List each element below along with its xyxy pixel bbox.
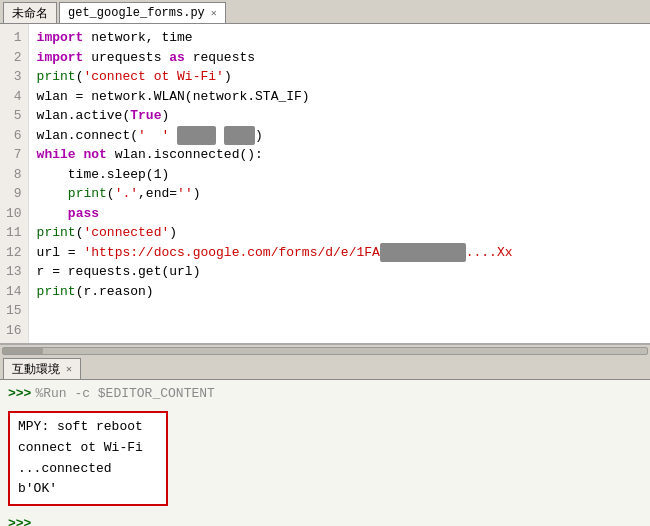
code-line-1: import network, time bbox=[37, 28, 642, 48]
kw-token: as bbox=[169, 50, 185, 65]
output-box: MPY: soft rebootconnect ot Wi-Fi...conne… bbox=[8, 411, 168, 506]
panel-tab-close-icon[interactable]: ✕ bbox=[66, 363, 72, 375]
output-line-0: MPY: soft reboot bbox=[18, 417, 158, 438]
tab-file-label: get_google_forms.py bbox=[68, 6, 205, 20]
code-line-12: print('connected') bbox=[37, 223, 642, 243]
line-number-16: 16 bbox=[6, 321, 22, 341]
code-line-10: print('.',end='') bbox=[37, 184, 642, 204]
editor-tab-bar: 未命名 get_google_forms.py ✕ bbox=[0, 0, 650, 24]
scrollbar-track[interactable] bbox=[2, 347, 648, 355]
line-number-10: 10 bbox=[6, 204, 22, 224]
tab-unnamed[interactable]: 未命名 bbox=[3, 2, 57, 23]
repl-prompt-line: >>> %Run -c $EDITOR_CONTENT bbox=[8, 386, 642, 401]
repl-bottom-prompt: >>> bbox=[8, 516, 642, 526]
tab-unnamed-label: 未命名 bbox=[12, 5, 48, 22]
str-token: '' bbox=[177, 186, 193, 201]
panel-tab-bar: 互動環境 ✕ bbox=[0, 356, 650, 380]
fn-token: print bbox=[37, 69, 76, 84]
str-token: '.' bbox=[115, 186, 138, 201]
fn-token: print bbox=[37, 284, 76, 299]
kw-token: not bbox=[83, 147, 106, 162]
str-token: 'connect ot Wi-Fi' bbox=[83, 69, 223, 84]
kw-token: pass bbox=[68, 206, 99, 221]
blurred-text bbox=[177, 126, 216, 146]
code-line-14: url = 'https://docs.google.com/forms/d/e… bbox=[37, 243, 642, 263]
code-line-16: print(r.reason) bbox=[37, 282, 642, 302]
str-token: ....Xx bbox=[466, 245, 513, 260]
tab-close-icon[interactable]: ✕ bbox=[211, 7, 217, 19]
line-number-8: 8 bbox=[6, 165, 22, 185]
code-line-7: wlan.connect(' ' ) bbox=[37, 126, 642, 146]
repl-area: >>> %Run -c $EDITOR_CONTENT MPY: soft re… bbox=[0, 380, 650, 526]
output-line-1: connect ot Wi-Fi bbox=[18, 438, 158, 459]
code-line-11: pass bbox=[37, 204, 642, 224]
code-line-8: while not wlan.isconnected(): bbox=[37, 145, 642, 165]
kw-token: while bbox=[37, 147, 76, 162]
output-line-2: ...connected bbox=[18, 459, 158, 480]
line-number-7: 7 bbox=[6, 145, 22, 165]
code-content[interactable]: import network, timeimport urequests as … bbox=[29, 24, 650, 343]
blurred-text bbox=[224, 126, 255, 146]
code-line-6: wlan.active(True) bbox=[37, 106, 642, 126]
editor-scrollbar[interactable] bbox=[0, 344, 650, 356]
code-line-4: print('connect ot Wi-Fi') bbox=[37, 67, 642, 87]
line-number-1: 1 bbox=[6, 28, 22, 48]
code-line-15: r = requests.get(url) bbox=[37, 262, 642, 282]
tab-file[interactable]: get_google_forms.py ✕ bbox=[59, 2, 226, 23]
line-number-2: 2 bbox=[6, 48, 22, 68]
code-line-9: time.sleep(1) bbox=[37, 165, 642, 185]
line-number-15: 15 bbox=[6, 301, 22, 321]
line-number-14: 14 bbox=[6, 282, 22, 302]
kw-token: import bbox=[37, 50, 84, 65]
line-number-6: 6 bbox=[6, 126, 22, 146]
panel-tab-label: 互動環境 bbox=[12, 361, 60, 378]
line-number-5: 5 bbox=[6, 106, 22, 126]
line-number-12: 12 bbox=[6, 243, 22, 263]
prompt-arrow: >>> bbox=[8, 386, 31, 401]
kw-token: import bbox=[37, 30, 84, 45]
code-line-5: wlan = network.WLAN(network.STA_IF) bbox=[37, 87, 642, 107]
code-container: 12345678910111213141516 import network, … bbox=[0, 24, 650, 343]
scrollbar-thumb[interactable] bbox=[3, 348, 43, 354]
blurred-text bbox=[380, 243, 466, 263]
str-token: ' ' bbox=[138, 128, 169, 143]
kw-token: True bbox=[130, 108, 161, 123]
line-number-4: 4 bbox=[6, 87, 22, 107]
output-line-3: b'OK' bbox=[18, 479, 158, 500]
line-number-3: 3 bbox=[6, 67, 22, 87]
fn-token: print bbox=[68, 186, 107, 201]
line-number-13: 13 bbox=[6, 262, 22, 282]
line-numbers: 12345678910111213141516 bbox=[0, 24, 29, 343]
code-editor: 12345678910111213141516 import network, … bbox=[0, 24, 650, 344]
str-token: 'connected' bbox=[83, 225, 169, 240]
line-number-9: 9 bbox=[6, 184, 22, 204]
str-token: 'https://docs.google.com/forms/d/e/1FA bbox=[83, 245, 379, 260]
run-command: %Run -c $EDITOR_CONTENT bbox=[35, 386, 214, 401]
panel-tab-repl[interactable]: 互動環境 ✕ bbox=[3, 358, 81, 379]
fn-token: print bbox=[37, 225, 76, 240]
line-number-11: 11 bbox=[6, 223, 22, 243]
code-line-2: import urequests as requests bbox=[37, 48, 642, 68]
